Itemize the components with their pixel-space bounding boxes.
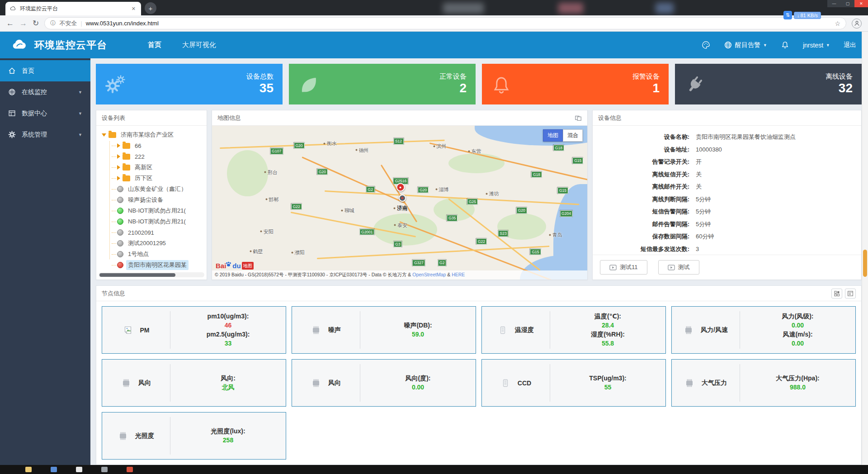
sensor-card[interactable]: 大气压力大气压力(Hpa):988.0 bbox=[671, 359, 856, 407]
map-type-hybrid-button[interactable]: 混合 bbox=[563, 129, 583, 142]
back-button[interactable]: ← bbox=[6, 19, 14, 28]
tree-device-node[interactable]: NB-IOT测试勿占用21( bbox=[101, 216, 207, 227]
sensor-card[interactable]: CCDTSP(ug/m3):55 bbox=[481, 359, 666, 407]
device-status-online-icon bbox=[117, 218, 123, 225]
sensor-card-left: 温湿度 bbox=[482, 307, 550, 353]
sidebar-item-system[interactable]: 系统管理▼ bbox=[0, 124, 90, 145]
attribution-here-link[interactable]: HERE bbox=[452, 272, 465, 277]
tree-expand-icon[interactable] bbox=[117, 165, 120, 170]
header-nav-item[interactable]: 大屏可视化 bbox=[182, 41, 216, 49]
city-name: 淄博 bbox=[439, 186, 448, 193]
stat-card-normal[interactable]: 正常设备2 bbox=[289, 64, 476, 104]
sidebar-item-home[interactable]: 首页 bbox=[0, 60, 90, 81]
url-text[interactable]: www.0531yun.cn/index.html bbox=[86, 20, 159, 27]
tree-device-node[interactable]: 10002388 bbox=[101, 270, 207, 271]
bookmark-star-icon[interactable]: ☆ bbox=[835, 20, 840, 27]
sensor-metrics: 大气压力(Hpa):988.0 bbox=[740, 360, 855, 406]
tree-device-node[interactable]: 贵阳市南明区花果园某 bbox=[101, 260, 207, 270]
sensor-card[interactable]: 噪声噪声(DB):59.0 bbox=[292, 306, 476, 354]
baidu-map[interactable]: 地图混合 Bai du 地图 © 2019 Baidu - GS(2018)55… bbox=[212, 126, 587, 280]
reload-button[interactable]: ↻ bbox=[33, 19, 39, 28]
page-scrollbar-thumb[interactable] bbox=[863, 250, 867, 277]
browser-tab[interactable]: 环境监控云平台 ✕ bbox=[5, 2, 141, 15]
sensor-card[interactable]: 风向风向(度):0.00 bbox=[292, 359, 476, 407]
page-body: 首页在线监控▼数据中心▼系统管理▼ 设备总数35正常设备2报警设备1离线设备32… bbox=[0, 58, 868, 465]
tree-node-label: 222 bbox=[133, 152, 146, 161]
map-type-map-button[interactable]: 地图 bbox=[543, 129, 563, 142]
tree-expand-icon[interactable] bbox=[102, 133, 106, 137]
taskbar-app-icon[interactable] bbox=[101, 467, 108, 472]
info-icon[interactable]: ⓘ bbox=[50, 19, 56, 27]
tree-device-node[interactable]: 测试20001295 bbox=[101, 238, 207, 249]
sensor-card[interactable]: 光照度光照度(lux):258 bbox=[102, 412, 286, 460]
sensor-card[interactable]: PMpm10(ug/m3):46pm2.5(ug/m3):33 bbox=[102, 306, 286, 354]
logout-button[interactable]: 退出 bbox=[844, 41, 856, 49]
map-city-label: 安阳 bbox=[260, 228, 274, 235]
taskbar-app-icon[interactable] bbox=[51, 467, 57, 472]
device-info-row: 短信告警间隔:5分钟 bbox=[599, 208, 855, 215]
tree-folder-node[interactable]: 66 bbox=[101, 140, 207, 151]
attribution-osm-link[interactable]: OpenStreetMap bbox=[412, 272, 446, 277]
page-scrollbar[interactable] bbox=[862, 32, 868, 465]
sidebar-item-label: 首页 bbox=[22, 67, 34, 75]
sensor-card[interactable]: 风力/风速风力(风级):0.00风速(m/s):0.00 bbox=[671, 306, 856, 354]
stat-text: 离线设备32 bbox=[826, 72, 853, 95]
city-name: 聊城 bbox=[344, 207, 354, 214]
sensor-card[interactable]: 温湿度温度(℃):28.4湿度(%RH):55.8 bbox=[481, 306, 666, 354]
tab-close-icon[interactable]: ✕ bbox=[131, 6, 137, 12]
stat-text: 报警设备1 bbox=[632, 72, 660, 95]
list-view-button[interactable] bbox=[845, 289, 856, 299]
tree-folder-node[interactable]: 高新区 bbox=[101, 162, 207, 173]
profile-avatar-icon[interactable] bbox=[852, 19, 862, 28]
tree-expand-icon[interactable] bbox=[117, 154, 120, 159]
user-menu[interactable]: jnrstest ▼ bbox=[803, 42, 830, 49]
notifications-bell-icon[interactable] bbox=[781, 41, 789, 49]
stat-card-alarm[interactable]: 报警设备1 bbox=[482, 64, 669, 104]
scrollbar-thumb[interactable] bbox=[99, 273, 175, 277]
tree-folder-node[interactable]: 222 bbox=[101, 151, 207, 162]
forward-button[interactable]: → bbox=[19, 19, 27, 28]
tree-device-node[interactable]: 1号地点 bbox=[101, 249, 207, 260]
metric-value: 28.4 bbox=[602, 321, 614, 330]
map-marker-alarm[interactable] bbox=[396, 183, 405, 192]
new-tab-button[interactable]: + bbox=[145, 2, 156, 14]
taskbar-app-icon[interactable] bbox=[76, 467, 82, 472]
alert-mode-dropdown[interactable]: 醒目告警 ▼ bbox=[724, 41, 767, 49]
city-name: 德州 bbox=[359, 147, 369, 153]
sensor-name: PM bbox=[140, 327, 150, 334]
minimize-button[interactable]: — bbox=[827, 0, 841, 7]
city-dot-icon bbox=[549, 234, 551, 236]
leaf-icon bbox=[298, 75, 319, 94]
download-manager-icon[interactable]: ⇅ bbox=[783, 11, 792, 19]
stat-card-offline[interactable]: 离线设备32 bbox=[675, 64, 862, 104]
sidebar-item-monitor[interactable]: 在线监控▼ bbox=[0, 81, 90, 103]
test-button-1[interactable]: 测试11 bbox=[600, 260, 647, 275]
road-shield-badge: G20 bbox=[516, 207, 527, 214]
taskbar-app-icon[interactable] bbox=[127, 467, 133, 472]
header-nav-item[interactable]: 首页 bbox=[148, 41, 161, 49]
test-button-2[interactable]: 测试 bbox=[658, 260, 699, 275]
map-marker-offline[interactable] bbox=[399, 194, 406, 202]
tree-folder-node[interactable]: 历下区 bbox=[101, 173, 207, 184]
sensor-card[interactable]: 风向风向:北风 bbox=[102, 359, 286, 407]
tree-device-node[interactable]: 山东黄金矿业（鑫汇） bbox=[101, 184, 207, 194]
tree-device-node[interactable]: 21002091 bbox=[101, 227, 207, 238]
tree-device-node[interactable]: NB-IOT测试勿占用21( bbox=[101, 205, 207, 216]
tree-root-node[interactable]: 济南市某综合产业区 bbox=[101, 129, 207, 140]
tree-expand-icon[interactable] bbox=[117, 176, 120, 180]
panels-icon[interactable] bbox=[575, 114, 582, 122]
download-speed-overlay[interactable]: ⇅ ↓ 81 KB/s bbox=[783, 11, 821, 19]
card-view-button[interactable] bbox=[831, 289, 842, 299]
horizontal-scrollbar[interactable] bbox=[99, 272, 204, 277]
close-button[interactable]: ✕ bbox=[854, 0, 868, 7]
theme-palette-icon[interactable] bbox=[702, 41, 710, 49]
maximize-button[interactable]: ▢ bbox=[841, 0, 854, 7]
tree-device-node[interactable]: 噪声扬尘设备 bbox=[101, 194, 207, 205]
taskbar-app-icon[interactable] bbox=[25, 467, 32, 472]
address-bar[interactable]: ⓘ 不安全 | www.0531yun.cn/index.html ☆ bbox=[44, 17, 846, 29]
node-info-title: 节点信息 bbox=[102, 289, 125, 298]
tree-connector bbox=[112, 254, 116, 255]
sidebar-item-data[interactable]: 数据中心▼ bbox=[0, 103, 90, 124]
tree-expand-icon[interactable] bbox=[117, 143, 120, 148]
stat-card-total[interactable]: 设备总数35 bbox=[96, 64, 283, 104]
